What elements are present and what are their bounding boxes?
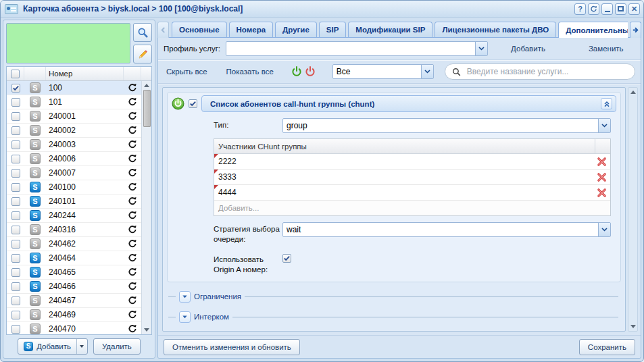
row-checkbox[interactable] xyxy=(11,296,20,305)
tab-5[interactable]: Модификации SIP xyxy=(348,22,432,37)
tab-6[interactable]: Лицензионные пакеты ДВО xyxy=(435,22,556,37)
history-button[interactable] xyxy=(124,237,141,251)
history-button[interactable] xyxy=(124,265,141,279)
history-button[interactable] xyxy=(124,223,141,236)
history-button[interactable] xyxy=(124,166,141,180)
row-checkbox[interactable] xyxy=(11,311,20,319)
history-button[interactable] xyxy=(124,95,141,109)
section-label[interactable]: Ограничения xyxy=(194,292,241,301)
subscriber-row[interactable]: S240001 xyxy=(7,109,141,124)
expand-section-button[interactable] xyxy=(179,291,191,303)
type-combobox[interactable]: group xyxy=(282,118,611,133)
chevron-down-icon[interactable] xyxy=(475,42,487,55)
history-button[interactable] xyxy=(124,180,141,194)
scrollbar-thumb[interactable] xyxy=(143,90,151,127)
subscriber-row[interactable]: S240100 xyxy=(7,180,141,195)
subscriber-row[interactable]: S240466 xyxy=(7,280,141,294)
section-label[interactable]: Интерком xyxy=(194,313,229,321)
subscriber-row[interactable]: S101 xyxy=(7,95,141,109)
number-filter-textarea[interactable] xyxy=(6,23,130,63)
save-button[interactable]: Сохранить xyxy=(579,339,635,355)
history-button[interactable] xyxy=(124,109,141,123)
tabs-scroll-left-button[interactable] xyxy=(157,22,169,38)
profile-replace-link[interactable]: Заменить xyxy=(589,45,624,53)
subscriber-row[interactable]: S240470 xyxy=(7,322,141,334)
row-checkbox[interactable] xyxy=(11,155,20,163)
delete-member-button[interactable] xyxy=(593,172,610,182)
history-button[interactable] xyxy=(124,81,141,95)
history-button[interactable] xyxy=(124,280,141,293)
add-subscriber-button[interactable]: S Добавить xyxy=(18,338,88,355)
chevron-down-icon[interactable] xyxy=(598,223,610,236)
edit-filter-button[interactable] xyxy=(133,45,152,63)
number-column-header[interactable]: Номер xyxy=(46,67,124,80)
tab-1[interactable]: Основные xyxy=(172,22,227,37)
delete-subscriber-button[interactable]: Удалить xyxy=(93,338,141,355)
tab-7[interactable]: Дополнительные xyxy=(558,22,628,38)
scroll-down-icon[interactable] xyxy=(630,325,636,328)
service-profile-combobox[interactable] xyxy=(226,41,488,56)
row-checkbox[interactable] xyxy=(11,226,20,234)
subscriber-row[interactable]: S240006 xyxy=(7,152,141,166)
close-button[interactable]: ✕ xyxy=(628,3,640,15)
subscriber-row[interactable]: S100 xyxy=(7,81,141,95)
member-row[interactable]: 2222 xyxy=(214,154,610,170)
hide-all-link[interactable]: Скрыть все xyxy=(166,68,207,76)
disable-service-power-icon[interactable] xyxy=(305,66,316,78)
subscriber-row[interactable]: S240467 xyxy=(7,294,141,308)
row-checkbox[interactable] xyxy=(11,84,20,93)
row-checkbox[interactable] xyxy=(11,98,20,107)
form-scrollbar[interactable] xyxy=(628,87,638,332)
help-button[interactable]: ? xyxy=(574,3,586,15)
history-button[interactable] xyxy=(124,152,141,165)
service-search-input[interactable] xyxy=(466,66,628,77)
row-checkbox[interactable] xyxy=(11,126,20,135)
maximize-button[interactable] xyxy=(615,3,626,15)
history-button[interactable] xyxy=(124,294,141,307)
chevron-down-icon[interactable] xyxy=(598,119,610,132)
row-checkbox[interactable] xyxy=(11,140,20,149)
chevron-down-icon[interactable] xyxy=(421,65,433,78)
add-subscriber-menu-arrow[interactable] xyxy=(76,339,87,354)
enable-service-power-icon[interactable] xyxy=(291,66,303,78)
delete-member-button[interactable] xyxy=(593,157,610,167)
scroll-up-icon[interactable] xyxy=(630,90,636,94)
subscriber-row[interactable]: S240003 xyxy=(7,138,141,152)
subscriber-row[interactable]: S240244 xyxy=(7,209,141,223)
history-button[interactable] xyxy=(124,308,141,321)
delete-member-button[interactable] xyxy=(593,188,610,198)
subscriber-row[interactable]: S240462 xyxy=(7,237,141,251)
subscriber-row[interactable]: S240465 xyxy=(7,265,141,280)
member-row[interactable]: 4444 xyxy=(214,185,610,201)
row-checkbox[interactable] xyxy=(11,112,20,121)
subscriber-row[interactable]: S240316 xyxy=(7,223,141,237)
tab-4[interactable]: SIP xyxy=(319,22,347,37)
show-all-link[interactable]: Показать все xyxy=(226,68,274,76)
tabs-scroll-right-button[interactable] xyxy=(630,22,641,38)
row-checkbox[interactable] xyxy=(11,169,20,178)
scroll-up-icon[interactable] xyxy=(144,84,149,87)
minimize-button[interactable] xyxy=(601,3,613,15)
select-all-checkbox[interactable] xyxy=(11,70,20,78)
profile-add-link[interactable]: Добавить xyxy=(511,45,545,53)
row-checkbox[interactable] xyxy=(11,282,20,291)
subscriber-row[interactable]: S240002 xyxy=(7,124,141,138)
row-checkbox[interactable] xyxy=(11,254,20,263)
service-enabled-checkbox[interactable] xyxy=(189,99,197,108)
expand-section-button[interactable] xyxy=(179,311,191,323)
cancel-changes-button[interactable]: Отменить изменения и обновить xyxy=(164,339,300,355)
tab-3[interactable]: Другие xyxy=(275,22,317,37)
service-filter-combobox[interactable]: Все xyxy=(332,64,434,79)
subscriber-row[interactable]: S240469 xyxy=(7,308,141,322)
history-button[interactable] xyxy=(124,124,141,137)
subscriber-row[interactable]: S240007 xyxy=(7,166,141,180)
history-button[interactable] xyxy=(124,138,141,151)
scroll-down-icon[interactable] xyxy=(144,328,149,332)
refresh-button[interactable] xyxy=(588,3,599,15)
row-checkbox[interactable] xyxy=(11,183,20,192)
row-checkbox[interactable] xyxy=(11,268,20,277)
subscriber-row[interactable]: S240101 xyxy=(7,195,141,209)
history-button[interactable] xyxy=(124,322,141,334)
history-button[interactable] xyxy=(124,251,141,265)
strategy-combobox[interactable]: wait xyxy=(282,222,611,237)
